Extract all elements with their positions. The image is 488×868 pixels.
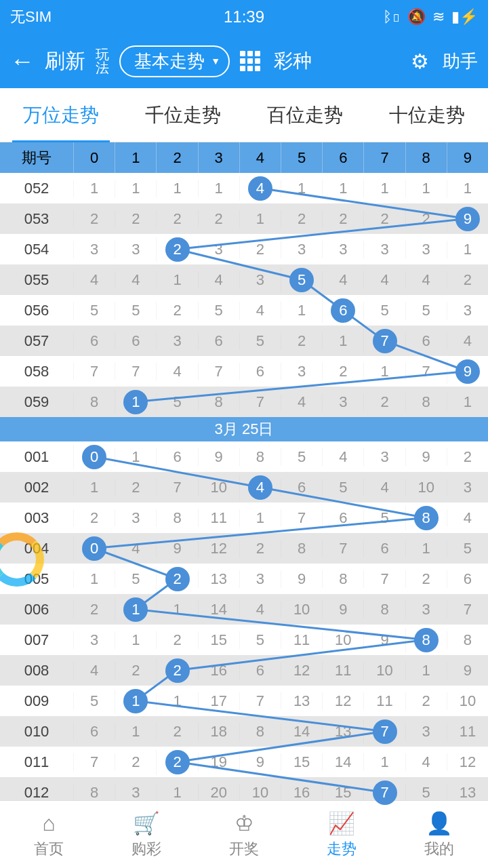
number-cell: 10 [239, 784, 281, 802]
number-cell: 3 [281, 241, 322, 258]
nav-profile[interactable]: 👤我的 [390, 801, 488, 868]
number-cell: 9 [198, 448, 239, 466]
number-cell: 1 [281, 302, 322, 319]
nav-home[interactable]: ⌂首页 [0, 801, 98, 868]
number-cell: 3 [115, 784, 156, 802]
number-cell: 2 [239, 241, 281, 258]
app-header: ← 刷新 玩 法 基本走势 彩种 ⚙ 助手 [0, 34, 488, 88]
number-cell: 5 [281, 448, 322, 466]
number-cell: 8 [281, 540, 322, 557]
number-cell: 8 [73, 784, 115, 802]
hit-ball: 4 [248, 176, 272, 201]
number-cell: 3 [73, 241, 115, 258]
tab-wan[interactable]: 万位走势 [0, 89, 122, 142]
number-cell: 7 [198, 363, 239, 380]
back-arrow-icon[interactable]: ← [10, 47, 35, 75]
date-separator: 3月 25日 [0, 417, 488, 441]
number-cell: 15 [198, 631, 239, 649]
nav-trend[interactable]: 📈走势 [293, 801, 390, 868]
trend-dropdown[interactable]: 基本走势 [119, 45, 230, 77]
period-cell: 001 [0, 448, 73, 466]
profile-icon: 👤 [426, 810, 453, 837]
table-row: 0010169854392 [0, 441, 488, 472]
number-cell: 15 [322, 784, 363, 802]
number-cell: 2 [322, 363, 363, 380]
tab-shi[interactable]: 十位走势 [366, 89, 488, 142]
refresh-button[interactable]: 刷新 [45, 47, 85, 75]
number-cell: 8 [73, 393, 115, 411]
number-cell: 2 [405, 570, 447, 588]
number-cell: 5 [239, 631, 281, 649]
number-cell: 4 [115, 540, 156, 557]
number-cell: 8 [198, 393, 239, 411]
number-cell: 1 [115, 689, 156, 713]
number-cell: 9 [447, 662, 488, 679]
bottom-nav: ⌂首页 🛒购彩 ♔开奖 📈走势 👤我的 [0, 800, 488, 868]
number-cell: 1 [73, 180, 115, 197]
number-cell: 3 [405, 241, 447, 258]
header-1: 1 [115, 142, 156, 173]
sim-status: 无SIM [10, 7, 52, 27]
period-cell: 012 [0, 784, 73, 802]
number-cell: 1 [115, 723, 156, 741]
gear-icon[interactable]: ⚙ [411, 50, 429, 73]
period-cell: 056 [0, 302, 73, 319]
number-cell: 5 [363, 509, 405, 527]
variety-button[interactable]: 彩种 [274, 48, 312, 74]
number-cell: 4 [115, 271, 156, 289]
hit-ball: 5 [289, 268, 314, 292]
number-cell: 5 [322, 479, 363, 496]
number-cell: 2 [115, 479, 156, 496]
tab-qian[interactable]: 千位走势 [122, 89, 244, 142]
number-cell: 2 [73, 601, 115, 618]
period-cell: 054 [0, 241, 73, 258]
table-row: 00404912287615 [0, 533, 488, 564]
period-cell: 007 [0, 631, 73, 649]
number-cell: 1 [363, 180, 405, 197]
number-cell: 4 [73, 662, 115, 679]
period-cell: 052 [0, 180, 73, 197]
number-cell: 4 [447, 509, 488, 527]
nav-draw[interactable]: ♔开奖 [195, 801, 293, 868]
table-row: 0532222122229 [0, 203, 488, 234]
grid-icon[interactable] [240, 51, 260, 71]
number-cell: 6 [322, 298, 363, 323]
number-cell: 7 [239, 393, 281, 411]
nav-buy[interactable]: 🛒购彩 [98, 801, 195, 868]
number-cell: 1 [405, 180, 447, 197]
number-cell: 5 [156, 393, 197, 411]
number-cell: 14 [281, 723, 322, 741]
number-cell: 9 [156, 540, 197, 557]
number-cell: 7 [447, 601, 488, 618]
hit-ball: 8 [414, 506, 439, 530]
number-cell: 6 [198, 332, 239, 350]
number-cell: 1 [156, 601, 197, 618]
number-cell: 10 [447, 692, 488, 710]
mute-icon: 🔕 [407, 8, 426, 26]
number-cell: 2 [363, 210, 405, 228]
helper-button[interactable]: 助手 [443, 50, 478, 73]
hit-ball: 8 [414, 628, 439, 652]
number-cell: 11 [363, 692, 405, 710]
battery-icon: ▮⚡ [451, 8, 478, 26]
number-cell: 3 [73, 631, 115, 649]
table-row: 00323811176584 [0, 502, 488, 533]
hit-ball: 0 [82, 536, 106, 561]
table-row: 00515213398726 [0, 564, 488, 594]
number-cell: 2 [322, 210, 363, 228]
number-cell: 3 [198, 241, 239, 258]
number-cell: 2 [447, 271, 488, 289]
number-cell: 3 [156, 332, 197, 350]
hit-ball: 4 [248, 475, 272, 500]
number-cell: 8 [405, 628, 447, 652]
hit-ball: 7 [373, 781, 397, 805]
number-cell: 3 [322, 393, 363, 411]
header-6: 6 [322, 142, 363, 173]
status-bar: 无SIM 11:39 ᛒ▯ 🔕 ≋ ▮⚡ [0, 0, 488, 34]
number-cell: 5 [405, 302, 447, 319]
number-cell: 1 [156, 692, 197, 710]
period-cell: 010 [0, 723, 73, 741]
number-cell: 6 [239, 662, 281, 679]
tab-bai[interactable]: 百位走势 [244, 89, 366, 142]
number-cell: 6 [281, 479, 322, 496]
